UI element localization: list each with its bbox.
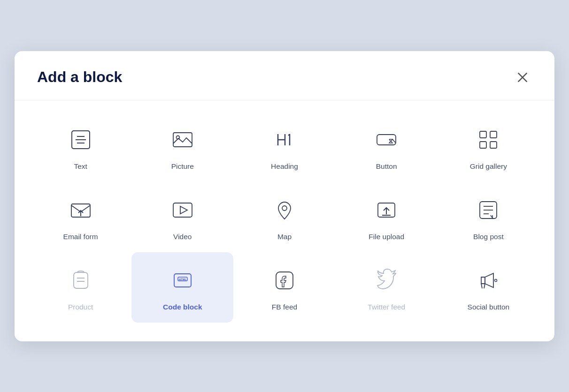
modal-title: Add a block — [37, 68, 122, 86]
svg-rect-17 — [490, 131, 497, 138]
block-item-file-upload[interactable]: File upload — [336, 182, 438, 252]
block-item-twitter-feed[interactable]: Twitter feed — [336, 252, 438, 323]
block-item-heading[interactable]: Heading — [233, 112, 335, 182]
product-icon — [66, 265, 96, 295]
block-label-twitter-feed: Twitter feed — [368, 303, 405, 311]
svg-rect-7 — [173, 133, 192, 147]
block-item-social-button[interactable]: Social button — [438, 252, 539, 323]
svg-rect-19 — [490, 142, 497, 148]
block-item-product[interactable]: Product — [30, 252, 131, 323]
grid-gallery-icon — [473, 125, 503, 155]
svg-rect-22 — [173, 203, 192, 217]
email-form-icon — [66, 195, 96, 225]
map-icon — [269, 195, 300, 225]
svg-line-15 — [392, 139, 395, 143]
block-item-email-form[interactable]: Email form — [30, 182, 131, 252]
add-block-modal: Add a block Text — [15, 51, 554, 341]
block-label-heading: Heading — [271, 162, 298, 171]
block-item-map[interactable]: Map — [233, 182, 335, 252]
block-label-text: Text — [74, 162, 87, 171]
block-label-grid-gallery: Grid gallery — [470, 162, 507, 171]
svg-rect-32 — [74, 272, 88, 288]
block-label-code-block: Code block — [163, 303, 202, 311]
block-item-blog-post[interactable]: Blog post — [438, 182, 539, 252]
block-label-map: Map — [277, 233, 292, 241]
svg-point-24 — [282, 206, 287, 211]
block-label-email-form: Email form — [63, 233, 98, 241]
block-item-text[interactable]: Text — [30, 112, 131, 182]
block-item-video[interactable]: Video — [131, 182, 233, 252]
fb-feed-icon — [269, 265, 300, 295]
block-item-grid-gallery[interactable]: Grid gallery — [438, 112, 539, 182]
block-label-file-upload: File upload — [369, 233, 404, 241]
picture-icon — [168, 125, 198, 155]
block-item-fb-feed[interactable]: FB feed — [233, 252, 335, 323]
social-button-icon — [473, 265, 503, 295]
svg-marker-23 — [180, 206, 187, 214]
block-label-fb-feed: FB feed — [272, 303, 297, 311]
svg-rect-16 — [480, 131, 486, 138]
svg-text:HTML: HTML — [179, 278, 187, 281]
svg-rect-18 — [480, 142, 486, 148]
block-label-social-button: Social button — [468, 303, 510, 311]
text-icon — [66, 125, 96, 155]
block-label-product: Product — [68, 303, 93, 311]
block-item-button[interactable]: Button — [336, 112, 438, 182]
svg-line-40 — [484, 284, 485, 288]
block-label-video: Video — [173, 233, 192, 241]
modal-header: Add a block — [15, 51, 554, 100]
video-icon — [168, 195, 198, 225]
close-button[interactable] — [513, 68, 532, 87]
twitter-feed-icon — [371, 265, 401, 295]
block-label-blog-post: Blog post — [473, 233, 504, 241]
code-block-icon: HTML — [168, 265, 198, 295]
heading-icon — [269, 125, 300, 155]
divider — [15, 100, 554, 100]
block-item-picture[interactable]: Picture — [131, 112, 233, 182]
block-label-button: Button — [376, 162, 397, 171]
blog-post-icon — [473, 195, 503, 225]
svg-line-39 — [481, 284, 482, 288]
svg-point-41 — [495, 279, 497, 281]
close-icon — [516, 71, 529, 84]
block-label-picture: Picture — [171, 162, 194, 171]
file-upload-icon — [371, 195, 401, 225]
block-grid: Text Picture — [15, 104, 554, 341]
button-icon — [371, 125, 401, 155]
block-item-code-block[interactable]: HTML Code block — [131, 252, 233, 323]
